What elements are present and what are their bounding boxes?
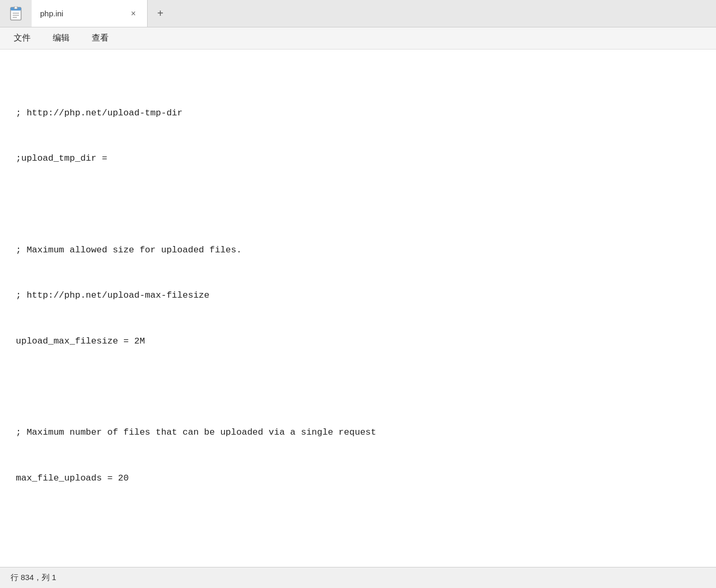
new-tab-button[interactable]: +: [148, 0, 173, 27]
notepad-icon: [8, 6, 23, 21]
title-bar: php.ini × +: [0, 0, 716, 27]
code-line: ; Maximum allowed size for uploaded file…: [16, 243, 700, 258]
active-tab[interactable]: php.ini ×: [32, 0, 148, 27]
code-line: ;;;;;;;;;;;;;;;;: [16, 562, 700, 567]
code-line: ; Maximum number of files that can be up…: [16, 425, 700, 440]
main-window: php.ini × + 文件 编辑 查看 ; http://php.net/up…: [0, 0, 716, 588]
tab-close-button[interactable]: ×: [128, 8, 139, 19]
code-line: max_file_uploads = 20: [16, 471, 700, 486]
menu-file[interactable]: 文件: [11, 31, 34, 46]
empty-line: [16, 517, 700, 532]
empty-line: [16, 197, 700, 212]
cursor-position: 行 834，列 1: [11, 573, 56, 583]
menu-view[interactable]: 查看: [89, 31, 112, 46]
code-line: upload_max_filesize = 2M: [16, 334, 700, 349]
code-line: ; http://php.net/upload-tmp-dir: [16, 106, 700, 121]
app-icon: [0, 0, 32, 27]
code-block: ; http://php.net/upload-tmp-dir ;upload_…: [16, 60, 700, 567]
code-line: ;upload_tmp_dir =: [16, 151, 700, 166]
status-bar: 行 834，列 1: [0, 567, 716, 588]
svg-point-7: [16, 7, 17, 7]
menu-bar: 文件 编辑 查看: [0, 27, 716, 50]
empty-line: [16, 380, 700, 395]
tab-title: php.ini: [40, 9, 122, 18]
svg-point-6: [14, 7, 15, 7]
editor-content[interactable]: ; http://php.net/upload-tmp-dir ;upload_…: [0, 50, 716, 567]
menu-edit[interactable]: 编辑: [50, 31, 73, 46]
code-line: ; http://php.net/upload-max-filesize: [16, 288, 700, 303]
